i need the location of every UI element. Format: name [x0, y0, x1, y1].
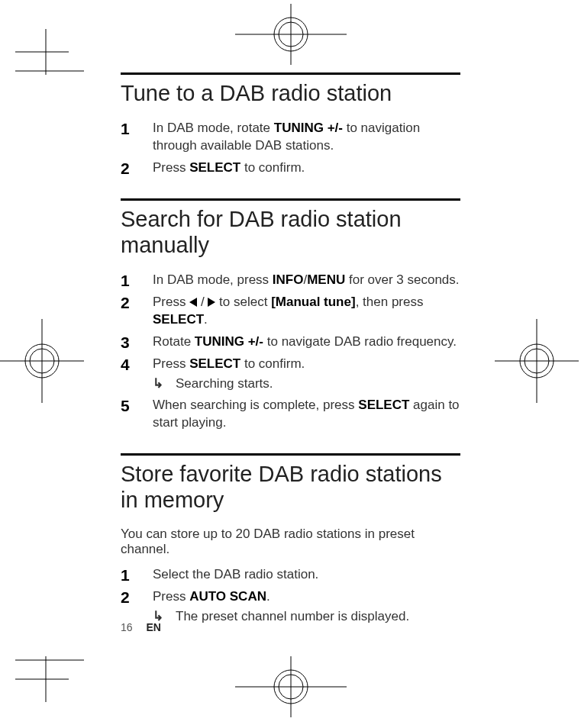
step-text: Press SELECT to confirm.	[153, 356, 305, 371]
step-result: ↳ Searching starts.	[153, 375, 460, 393]
step-text: When searching is complete, press SELECT…	[153, 398, 460, 430]
step-text: Select the DAB radio station.	[153, 567, 318, 581]
section-heading: Tune to a DAB radio station	[121, 81, 460, 106]
step: Press SELECT to confirm. ↳ Searching sta…	[121, 356, 460, 393]
section: Tune to a DAB radio station In DAB mode,…	[121, 72, 460, 177]
step-list: In DAB mode, rotate TUNING +/- to naviga…	[121, 120, 460, 177]
result-text: The preset channel number is displayed.	[176, 608, 409, 626]
page-footer: 16 EN	[121, 621, 161, 633]
step-text: Press SELECT to confirm.	[153, 160, 305, 175]
registration-mark-bottom	[235, 656, 347, 717]
step: Rotate TUNING +/- to navigate DAB radio …	[121, 333, 460, 351]
registration-mark-left	[0, 319, 84, 403]
registration-mark-right	[495, 319, 579, 403]
step-text: Press / to select [Manual tune], then pr…	[153, 295, 423, 327]
step: Press / to select [Manual tune], then pr…	[121, 294, 460, 329]
step-result: ↳ The preset channel number is displayed…	[153, 608, 460, 626]
section: Store favorite DAB radio stations in mem…	[121, 453, 460, 626]
step: When searching is complete, press SELECT…	[121, 397, 460, 432]
step: Press SELECT to confirm.	[121, 159, 460, 177]
crop-mark-top-left	[15, 29, 84, 82]
step-list: In DAB mode, press INFO/MENU for over 3 …	[121, 272, 460, 433]
step-text: Rotate TUNING +/- to navigate DAB radio …	[153, 334, 457, 349]
step-text: In DAB mode, rotate TUNING +/- to naviga…	[153, 121, 420, 153]
page-number: 16	[121, 621, 133, 633]
section-intro: You can store up to 20 DAB radio station…	[121, 527, 460, 557]
registration-mark-top	[235, 4, 347, 65]
prev-icon	[189, 298, 197, 307]
step: In DAB mode, rotate TUNING +/- to naviga…	[121, 120, 460, 155]
step: Press AUTO SCAN. ↳ The preset channel nu…	[121, 588, 460, 626]
step: In DAB mode, press INFO/MENU for over 3 …	[121, 272, 460, 289]
page-content: Tune to a DAB radio station In DAB mode,…	[121, 72, 460, 647]
step-list: Select the DAB radio station. Press AUTO…	[121, 566, 460, 626]
next-icon	[208, 298, 215, 307]
step: Select the DAB radio station.	[121, 566, 460, 584]
section-rule	[121, 198, 460, 201]
section-rule	[121, 453, 460, 456]
section: Search for DAB radio station manually In…	[121, 198, 460, 432]
page-language: EN	[146, 621, 160, 633]
result-text: Searching starts.	[176, 375, 273, 393]
step-text: Press AUTO SCAN.	[153, 589, 270, 604]
result-arrow-icon: ↳	[153, 375, 168, 393]
section-heading: Search for DAB radio station manually	[121, 207, 460, 258]
section-rule	[121, 72, 460, 75]
section-heading: Store favorite DAB radio stations in mem…	[121, 462, 460, 513]
crop-mark-bottom-left	[15, 649, 84, 702]
step-text: In DAB mode, press INFO/MENU for over 3 …	[153, 272, 460, 287]
